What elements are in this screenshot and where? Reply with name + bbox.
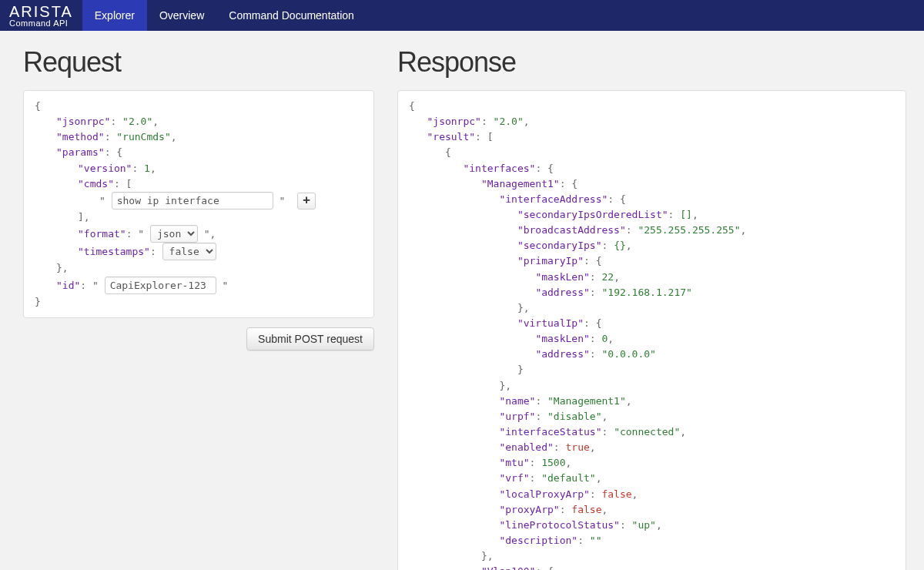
brand: ARISTA Command API: [8, 4, 82, 28]
response-column: Response { "jsonrpc": "2.0", "result": […: [397, 46, 906, 570]
nav-tab-command-documentation[interactable]: Command Documentation: [216, 0, 367, 31]
req-val-version: 1: [144, 163, 150, 174]
main-container: Request { "jsonrpc": "2.0", "method": "r…: [12, 31, 912, 570]
add-command-button[interactable]: +: [297, 193, 316, 210]
req-key-params: "params": [56, 146, 105, 158]
req-key-jsonrpc: "jsonrpc": [56, 116, 110, 127]
req-key-cmds: "cmds": [78, 178, 114, 189]
response-panel: { "jsonrpc": "2.0", "result": [ { "inter…: [397, 90, 906, 570]
req-key-timestamps: "timestamps": [78, 246, 150, 257]
brand-logo: ARISTA: [9, 4, 73, 19]
nav-tabs: ExplorerOverviewCommand Documentation: [82, 0, 367, 31]
req-val-method: "runCmds": [116, 131, 170, 142]
req-key-version: "version": [78, 163, 132, 174]
nav-tab-overview[interactable]: Overview: [147, 0, 216, 31]
req-key-id: "id": [56, 280, 80, 291]
command-input[interactable]: [112, 192, 273, 210]
req-val-jsonrpc: "2.0": [122, 116, 152, 127]
format-select[interactable]: json: [150, 225, 198, 243]
req-key-format: "format": [78, 228, 126, 240]
response-body: { "jsonrpc": "2.0", "result": [ { "inter…: [409, 99, 895, 570]
brand-subtitle: Command API: [9, 19, 73, 28]
submit-button[interactable]: Submit POST request: [246, 327, 374, 350]
request-panel: { "jsonrpc": "2.0", "method": "runCmds",…: [23, 90, 374, 318]
request-column: Request { "jsonrpc": "2.0", "method": "r…: [23, 46, 374, 570]
response-heading: Response: [397, 46, 906, 79]
timestamps-select[interactable]: false: [162, 243, 216, 260]
req-key-method: "method": [56, 131, 105, 142]
id-input[interactable]: [105, 277, 216, 294]
request-heading: Request: [23, 46, 374, 79]
nav-tab-explorer[interactable]: Explorer: [82, 0, 147, 31]
navbar: ARISTA Command API ExplorerOverviewComma…: [0, 0, 924, 31]
